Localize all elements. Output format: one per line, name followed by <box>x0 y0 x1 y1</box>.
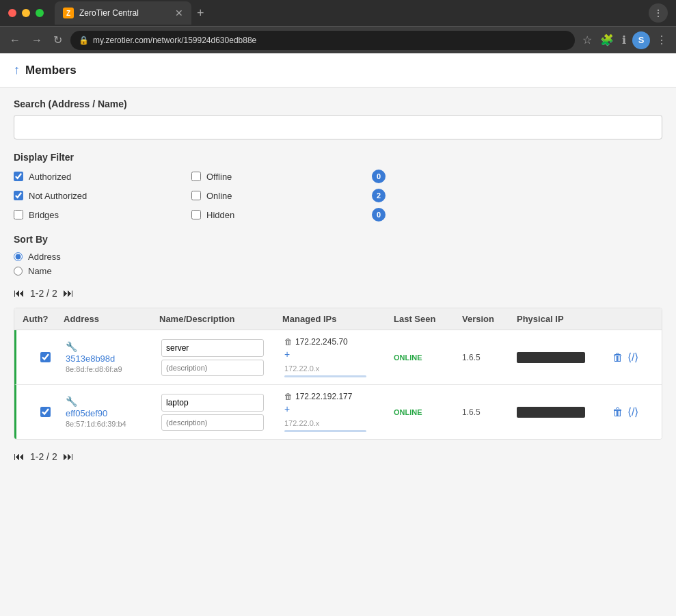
addressbar-icons: ☆ 🧩 ℹ S ⋮ <box>580 31 669 49</box>
address-main-2[interactable]: eff05def90 <box>66 408 161 418</box>
managed-ip-row-1: 🗑 172.22.245.70 <box>284 337 394 347</box>
offline-checkbox[interactable] <box>191 172 201 181</box>
filter-online[interactable]: Online <box>191 189 369 202</box>
minimize-button[interactable] <box>22 9 30 17</box>
browser-tab[interactable]: Z ZeroTier Central ✕ <box>55 1 191 25</box>
tab-bar: Z ZeroTier Central ✕ + <box>55 0 643 26</box>
row-actions-2: 🗑 ⟨/⟩ <box>612 405 653 418</box>
not-authorized-label: Not Authorized <box>29 191 87 201</box>
last-page-button[interactable]: ⏭ <box>63 287 74 299</box>
reload-button[interactable]: ↻ <box>51 31 65 49</box>
sort-address-label: Address <box>28 252 61 262</box>
bookmark-icon[interactable]: ☆ <box>580 31 594 49</box>
online-checkbox[interactable] <box>191 191 201 200</box>
addressbar: ← → ↻ 🔒 my.zerotier.com/network/159924d6… <box>0 26 676 53</box>
bridges-checkbox[interactable] <box>14 210 23 219</box>
zerotier-favicon: Z <box>63 8 74 18</box>
wrench-icon-2[interactable]: 🔧 <box>66 396 161 407</box>
section-title: Members <box>25 64 77 77</box>
first-page-button-bottom[interactable]: ⏮ <box>14 451 25 463</box>
name-input-2[interactable] <box>161 394 264 412</box>
auth-cell-1 <box>25 352 66 362</box>
auth-checkbox-1[interactable] <box>40 352 51 362</box>
section-header: ↑ Members <box>0 53 676 88</box>
pagination-top: ⏮ 1-2 / 2 ⏭ <box>14 287 662 299</box>
filter-hidden[interactable]: Hidden <box>191 208 369 222</box>
last-page-button-bottom[interactable]: ⏭ <box>63 451 74 463</box>
new-tab-button[interactable]: + <box>191 6 210 21</box>
col-version: Version <box>462 314 517 324</box>
name-cell-2 <box>161 394 284 431</box>
authorized-label: Authorized <box>29 172 71 182</box>
col-last-seen: Last Seen <box>394 314 462 324</box>
authorized-checkbox[interactable] <box>14 172 23 181</box>
sort-name[interactable]: Name <box>14 266 662 276</box>
sort-title: Sort By <box>14 234 662 245</box>
pagination-text-top: 1-2 / 2 <box>30 288 57 299</box>
search-input[interactable] <box>14 115 662 139</box>
not-authorized-checkbox[interactable] <box>14 191 23 200</box>
user-avatar[interactable]: S <box>632 31 650 49</box>
address-cell-1: 🔧 3513e8b98d 8e:8d:fe:d8:6f:a9 <box>66 341 161 373</box>
tab-title: ZeroTier Central <box>79 8 139 18</box>
address-main-1[interactable]: 3513e8b98d <box>66 353 161 364</box>
ip-subnet-1: 172.22.0.x <box>284 362 394 377</box>
titlebar: Z ZeroTier Central ✕ + ⋮ <box>0 0 676 26</box>
offline-badge-cell: 0 <box>369 170 424 183</box>
page: ↑ Members Search (Address / Name) Displa… <box>0 53 676 616</box>
back-button[interactable]: ← <box>7 31 23 49</box>
maximize-button[interactable] <box>36 9 44 17</box>
filter-offline[interactable]: Offline <box>191 170 369 183</box>
filter-bridges[interactable]: Bridges <box>14 208 191 222</box>
managed-ip-add-row-1: + <box>284 349 394 360</box>
extensions-button[interactable]: ⋮ <box>649 3 668 23</box>
address-cell-2: 🔧 eff05def90 8e:57:1d:6d:39:b4 <box>66 396 161 428</box>
delete-button-1[interactable]: 🗑 <box>612 351 623 364</box>
physical-ip-1 <box>517 352 585 363</box>
code-button-1[interactable]: ⟨/⟩ <box>627 351 638 364</box>
auth-checkbox-2[interactable] <box>40 407 51 417</box>
extensions-icon[interactable]: 🧩 <box>598 31 616 49</box>
delete-button-2[interactable]: 🗑 <box>612 406 623 418</box>
menu-icon[interactable]: ⋮ <box>654 31 669 49</box>
url-text: my.zerotier.com/network/159924d630edb88e <box>93 36 567 45</box>
ip-trash-icon-2[interactable]: 🗑 <box>284 392 293 401</box>
subnet-bar-2 <box>284 430 366 432</box>
table-row: 🔧 3513e8b98d 8e:8d:fe:d8:6f:a9 🗑 172.22.… <box>14 330 662 385</box>
managed-ip-cell-2: 🗑 172.22.192.177 + 172.22.0.x <box>284 392 394 432</box>
pagination-bottom: ⏮ 1-2 / 2 ⏭ <box>14 451 662 463</box>
sort-name-radio[interactable] <box>14 267 23 276</box>
address-sub-1: 8e:8d:fe:d8:6f:a9 <box>66 365 161 373</box>
online-label: Online <box>206 191 232 201</box>
sort-address-radio[interactable] <box>14 252 23 261</box>
desc-input-1[interactable] <box>161 360 264 376</box>
hidden-badge: 0 <box>372 208 386 222</box>
wrench-icon-1[interactable]: 🔧 <box>66 341 161 352</box>
bridges-label: Bridges <box>29 210 59 220</box>
tab-close-button[interactable]: ✕ <box>175 8 183 18</box>
address-sub-2: 8e:57:1d:6d:39:b4 <box>66 420 161 428</box>
add-ip-button-1[interactable]: + <box>284 349 290 360</box>
close-button[interactable] <box>8 9 16 17</box>
code-button-2[interactable]: ⟨/⟩ <box>627 405 638 418</box>
subnet-bar-1 <box>284 375 366 377</box>
filter-title: Display Filter <box>14 152 662 163</box>
sort-address[interactable]: Address <box>14 252 662 262</box>
desc-input-2[interactable] <box>161 414 264 431</box>
add-ip-button-2[interactable]: + <box>284 403 290 414</box>
hidden-checkbox[interactable] <box>191 210 201 219</box>
info-icon[interactable]: ℹ <box>620 31 628 49</box>
col-auth: Auth? <box>23 314 64 324</box>
filter-not-authorized[interactable]: Not Authorized <box>14 189 191 202</box>
name-cell-1 <box>161 339 284 376</box>
members-table: Auth? Address Name/Description Managed I… <box>14 308 662 440</box>
url-bar[interactable]: 🔒 my.zerotier.com/network/159924d630edb8… <box>70 31 575 50</box>
ip-trash-icon-1[interactable]: 🗑 <box>284 337 293 347</box>
managed-ip-add-row-2: + <box>284 403 394 414</box>
name-input-1[interactable] <box>161 339 264 357</box>
members-icon: ↑ <box>14 63 20 77</box>
first-page-button[interactable]: ⏮ <box>14 287 25 299</box>
forward-button[interactable]: → <box>29 31 45 49</box>
ip-subnet-2: 172.22.0.x <box>284 416 394 432</box>
filter-authorized[interactable]: Authorized <box>14 170 191 183</box>
